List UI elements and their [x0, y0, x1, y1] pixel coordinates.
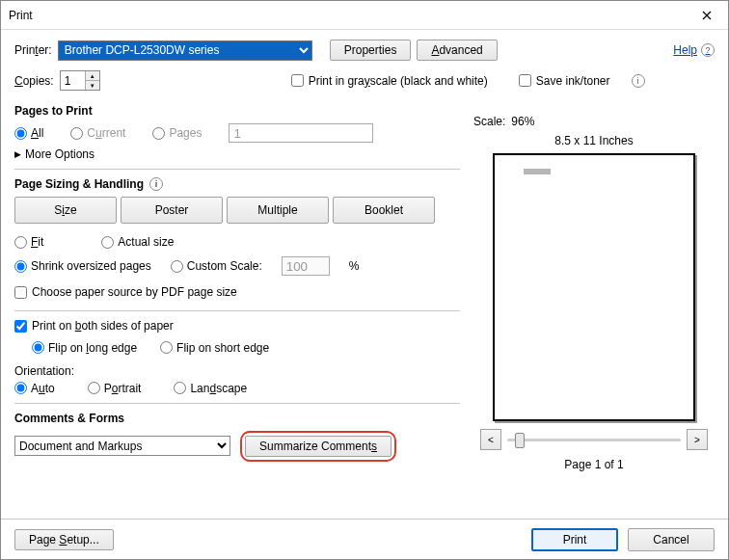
fit-radio[interactable]: Fit	[14, 235, 43, 249]
both-sides-checkbox[interactable]: Print on both sides of paper	[14, 319, 174, 333]
comments-title: Comments & Forms	[14, 412, 460, 425]
window-title: Print	[9, 9, 686, 22]
copies-label: Copies:	[14, 74, 54, 88]
paper-size-label: 8.5 x 11 Inches	[473, 134, 715, 147]
info-icon: i	[149, 177, 163, 191]
close-icon	[702, 11, 712, 20]
percent-label: %	[349, 259, 360, 273]
multiple-tab[interactable]: Multiple	[227, 197, 329, 224]
flip-long-radio[interactable]: Flip on long edge	[32, 341, 137, 355]
orientation-label: Orientation:	[14, 364, 460, 378]
flip-short-radio[interactable]: Flip on short edge	[160, 341, 269, 355]
choose-paper-checkbox[interactable]: Choose paper source by PDF page size	[14, 285, 237, 299]
page-setup-button[interactable]: Page Setup...	[14, 529, 114, 550]
summarize-comments-button[interactable]: Summarize Comments	[245, 436, 392, 457]
scale-label: Scale:	[473, 115, 505, 128]
orient-auto-radio[interactable]: Auto	[14, 382, 55, 395]
pages-current-radio[interactable]: Current	[70, 126, 125, 140]
printer-select[interactable]: Brother DCP-L2530DW series	[58, 40, 312, 61]
custom-scale-input[interactable]	[282, 256, 330, 276]
comments-select[interactable]: Document and Markups	[14, 436, 230, 456]
prev-page-button[interactable]: <	[480, 429, 501, 450]
orient-landscape-radio[interactable]: Landscape	[174, 382, 247, 395]
printer-label: Printer:	[14, 43, 52, 57]
grayscale-checkbox[interactable]: Print in grayscale (black and white)	[291, 74, 488, 88]
save-ink-checkbox[interactable]: Save ink/toner	[519, 74, 610, 88]
help-link[interactable]: Help ?	[673, 43, 715, 57]
pages-all-radio[interactable]: All	[14, 126, 43, 140]
copies-spin-down[interactable]: ▼	[85, 81, 99, 90]
help-icon: ?	[701, 43, 715, 57]
copies-spin-up[interactable]: ▲	[85, 71, 99, 81]
print-button[interactable]: Print	[531, 528, 618, 551]
preview-content-mark	[524, 169, 551, 174]
page-indicator: Page 1 of 1	[473, 458, 715, 471]
pages-pages-radio[interactable]: Pages	[152, 126, 202, 140]
pages-range-input[interactable]	[229, 123, 373, 143]
more-options-toggle[interactable]: ▶ More Options	[14, 147, 460, 161]
sizing-title: Page Sizing & Handling i	[14, 177, 460, 191]
page-slider-thumb[interactable]	[515, 433, 525, 448]
properties-button[interactable]: Properties	[330, 40, 412, 61]
scale-value: 96%	[511, 115, 534, 128]
print-preview	[493, 153, 695, 421]
chevron-right-icon: ▶	[14, 149, 21, 159]
info-icon: i	[632, 74, 645, 88]
booklet-tab[interactable]: Booklet	[333, 197, 435, 224]
custom-scale-radio[interactable]: Custom Scale:	[171, 259, 262, 273]
close-button[interactable]	[686, 1, 728, 30]
poster-tab[interactable]: Poster	[121, 197, 223, 224]
actual-size-radio[interactable]: Actual size	[101, 235, 174, 249]
size-tab[interactable]: Size	[14, 197, 117, 224]
pages-to-print-title: Pages to Print	[14, 104, 460, 118]
shrink-radio[interactable]: Shrink oversized pages	[14, 259, 151, 273]
orient-portrait-radio[interactable]: Portrait	[88, 382, 142, 395]
page-slider[interactable]	[507, 439, 681, 441]
advanced-button[interactable]: Advanced	[417, 40, 497, 61]
cancel-button[interactable]: Cancel	[628, 528, 715, 551]
next-page-button[interactable]: >	[687, 429, 708, 450]
